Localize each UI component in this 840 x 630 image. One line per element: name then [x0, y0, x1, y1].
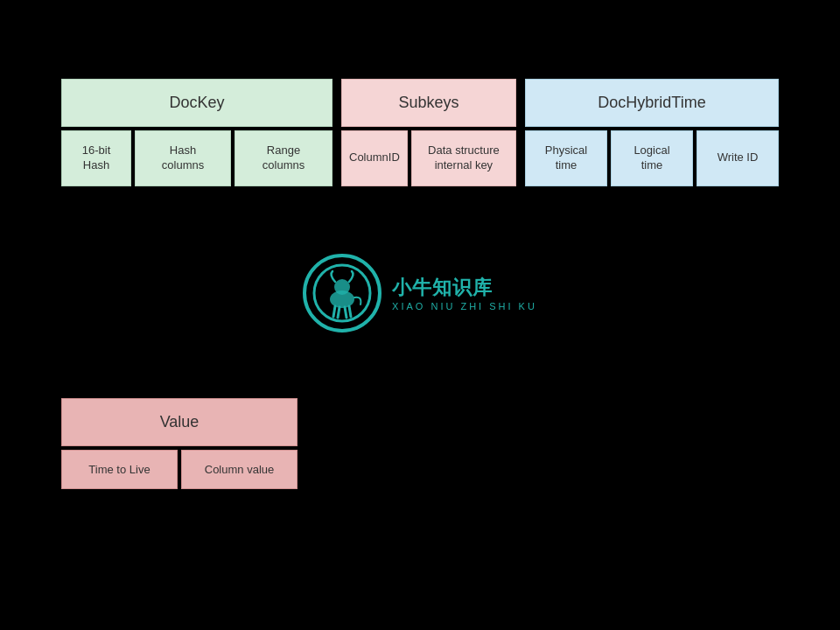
range-cols-box: Rangecolumns: [234, 130, 332, 186]
svg-line-6: [349, 306, 351, 317]
dochybrid-sub-group: Physicaltime Logicaltime Write ID: [525, 130, 779, 186]
col-value-box: Column value: [181, 450, 298, 489]
dockey-label: DocKey: [169, 94, 224, 112]
columnid-box: ColumnID: [341, 130, 408, 186]
logo-main: 小牛知识库: [392, 275, 537, 301]
dochybrid-label: DocHybridTime: [598, 94, 705, 112]
phys-time-box: Physicaltime: [525, 130, 607, 186]
svg-point-2: [334, 279, 350, 295]
sub-row: 16-bitHash Hashcolumns Rangecolumns Colu…: [61, 130, 779, 186]
subkeys-label: Subkeys: [398, 94, 458, 112]
header-row: DocKey Subkeys DocHybridTime: [61, 79, 779, 127]
logo-text-group: 小牛知识库 XIAO NIU ZHI SHI KU: [392, 275, 537, 312]
hash-cols-box: Hashcolumns: [135, 130, 231, 186]
ttl-box: Time to Live: [61, 450, 178, 489]
logo-circle: [303, 254, 382, 332]
value-sub-row: Time to Live Column value: [61, 450, 298, 489]
logo-sub: XIAO NIU ZHI SHI KU: [392, 301, 537, 312]
value-label: Value: [160, 413, 200, 431]
write-id-box: Write ID: [696, 130, 779, 186]
subkeys-sub-group: ColumnID Data structureinternal key: [341, 130, 516, 186]
svg-line-3: [333, 306, 335, 317]
logical-time-box: Logicaltime: [611, 130, 693, 186]
dockey-header: DocKey: [61, 79, 332, 127]
bit16-box: 16-bitHash: [61, 130, 131, 186]
svg-line-5: [345, 307, 346, 318]
dockey-sub-group: 16-bitHash Hashcolumns Rangecolumns: [61, 130, 332, 186]
diagram-top: DocKey Subkeys DocHybridTime 16-bitHash …: [61, 79, 779, 186]
logo-icon: [312, 262, 373, 324]
logo-area: 小牛知识库 XIAO NIU ZHI SHI KU: [0, 254, 840, 332]
svg-line-4: [338, 307, 340, 318]
subkeys-header: Subkeys: [341, 79, 516, 127]
dochybrid-header: DocHybridTime: [525, 79, 779, 127]
value-header: Value: [61, 398, 298, 446]
ds-internal-box: Data structureinternal key: [411, 130, 516, 186]
bottom-area: Value Time to Live Column value: [61, 398, 298, 489]
